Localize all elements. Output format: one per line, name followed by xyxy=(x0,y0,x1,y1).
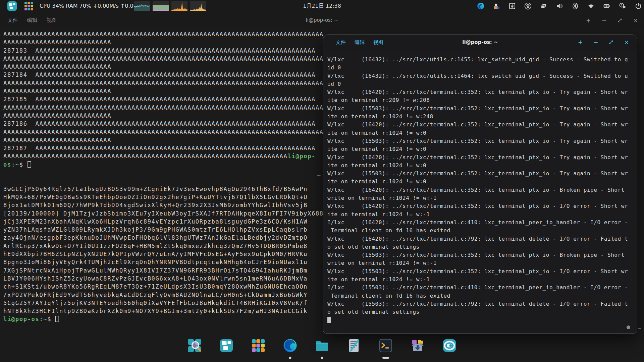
power-icon[interactable] xyxy=(635,2,642,10)
terminal-line: W/lxc (16420): ../src/lxc/terminal.c:352… xyxy=(327,202,633,210)
dock-package-installer-icon[interactable] xyxy=(410,338,425,359)
maximize-button[interactable] xyxy=(617,18,623,23)
terminal-line: Terminal client on fd 16 has exited xyxy=(327,292,633,300)
maximize-button[interactable] xyxy=(608,40,614,45)
minimize-button[interactable]: − xyxy=(601,17,607,23)
desktop: CPU 34% RAM 70% ↓0.00M/s ↑0.00M/s 1月21日 … xyxy=(0,0,644,362)
terminal-line: W/lxc (16420): ../src/lxc/terminal.c:352… xyxy=(327,154,633,162)
terminal-line: W/lxc (16420): ../src/lxc/terminal.c:352… xyxy=(327,88,633,96)
terminal-line: W/lxc (15503): ../src/lxc/terminal.c:352… xyxy=(327,137,633,145)
terminal-line: ite on terminal r:1024 != w:0 xyxy=(327,162,633,170)
menu-view[interactable]: 视图 xyxy=(373,39,383,46)
terminal-line: W/lxc (16420): ../src/lxc/terminal.c:352… xyxy=(327,121,633,129)
ram-graph[interactable] xyxy=(153,1,169,11)
dock-edge-icon[interactable] xyxy=(282,338,298,359)
foreground-terminal-window: 文件编辑视图 li@pop-os: ~ +−× V/lxc (16432): .… xyxy=(323,35,637,334)
net-up-graph[interactable] xyxy=(190,1,206,11)
dock xyxy=(187,338,457,359)
terminal-line xyxy=(327,316,633,324)
terminal-line: I/lxc (16420): ../src/lxc/terminal.c:410… xyxy=(327,219,633,227)
menu-file[interactable]: 文件 xyxy=(336,39,346,46)
accessibility-icon[interactable] xyxy=(524,2,532,10)
terminal-line: W/lxc (16420): ../src/lxc/terminal.c:792… xyxy=(327,235,633,243)
foreground-terminal-titlebar[interactable]: 文件编辑视图 li@pop-os: ~ +−× xyxy=(323,35,637,50)
background-terminal-titlebar[interactable]: 文件编辑视图 li@pop-os: ~ +−× xyxy=(0,12,644,28)
top-panel: CPU 34% RAM 70% ↓0.00M/s ↑0.00M/s 1月21日 … xyxy=(0,0,644,12)
terminal-line: ite on terminal r:1024 != w:0 xyxy=(327,178,633,186)
terminal-line: W/lxc (15503): ../src/lxc/terminal.c:352… xyxy=(327,105,633,113)
clock[interactable]: 1月21日 12:38 xyxy=(303,0,341,12)
running-indicator xyxy=(382,357,389,359)
terminal-line: write on terminal r:1024 != w:-1 xyxy=(327,194,633,202)
app-grid-icon[interactable] xyxy=(24,1,34,11)
displays-icon[interactable] xyxy=(540,2,547,10)
dock-tiling-icon[interactable] xyxy=(219,338,234,359)
terminal-line: ite on terminal r:1024 != w:248 xyxy=(327,113,633,121)
bluetooth-icon[interactable] xyxy=(572,2,579,10)
left-scrollbar-thumb[interactable] xyxy=(317,175,321,176)
terminal-line: ite on terminal r:1024 != w:0 xyxy=(327,129,633,137)
terminal-line: W/lxc (15503): ../src/lxc/terminal.c:352… xyxy=(327,251,633,259)
terminal-line: ite on terminal r:1024 != w:-1 xyxy=(327,210,633,219)
foreground-terminal-controls: +−× xyxy=(577,35,630,50)
running-indicator xyxy=(289,357,291,359)
terminal-line: ite on terminal r:1024 != w:-1 xyxy=(327,276,633,284)
close-button[interactable]: × xyxy=(633,17,639,23)
minimize-button[interactable]: − xyxy=(593,39,599,45)
terminal-line: write on terminal r:1024 != w:-1 xyxy=(327,259,633,267)
dock-terminal-icon[interactable] xyxy=(378,338,393,359)
background-terminal-title: li@pop-os: ~ xyxy=(306,12,338,28)
terminal-cursor xyxy=(28,161,31,168)
wifi-icon[interactable] xyxy=(587,2,595,10)
terminal-cursor xyxy=(327,317,331,323)
terminal-line: W/lxc (16420): ../src/lxc/terminal.c:352… xyxy=(327,186,633,194)
running-indicator xyxy=(321,357,323,359)
terminal-line: W/lxc (15503): ../src/lxc/terminal.c:352… xyxy=(327,170,633,178)
workspaces-icon[interactable] xyxy=(7,1,17,11)
foreground-scrollbar-thumb[interactable] xyxy=(627,325,630,329)
menu-edit[interactable]: 编辑 xyxy=(27,17,37,23)
terminal-line: V/lxc (16432): ../src/lxc/utils.c:1455: … xyxy=(327,56,633,64)
dock-toggle-app-icon[interactable] xyxy=(442,338,457,359)
terminal-line: W/lxc (15503): ../src/lxc/terminal.c:792… xyxy=(327,300,633,308)
system-stats-text[interactable]: CPU 34% RAM 70% ↓0.00M/s ↑0.00M/s xyxy=(40,0,146,12)
battery-icon[interactable] xyxy=(603,2,610,10)
terminal-line: V/lxc (16432): ../src/lxc/utils.c:1464: … xyxy=(327,72,633,80)
foreground-terminal-title: li@pop-os: ~ xyxy=(462,35,498,50)
terminal-cursor xyxy=(55,316,59,322)
terminal-line: W/lxc (15503): ../src/lxc/terminal.c:352… xyxy=(327,267,633,276)
dock-text-editor-icon[interactable] xyxy=(346,338,362,359)
terminal-line: Terminal client on fd 16 has exited xyxy=(327,227,633,235)
cpu-graph[interactable] xyxy=(134,1,150,11)
menu-file[interactable]: 文件 xyxy=(8,17,18,23)
terminal-line: I/lxc (15503): ../src/lxc/terminal.c:410… xyxy=(327,284,633,292)
background-terminal-controls: +−× xyxy=(585,12,639,28)
terminal-line: ite on terminal r:1024 != w:0 xyxy=(327,145,633,153)
dock-files-icon[interactable] xyxy=(314,338,330,359)
terminal-line: ite on terminal r:209 != w:208 xyxy=(327,96,633,104)
terminal-line: o set old terminal settings xyxy=(327,243,633,251)
input-method-icon[interactable] xyxy=(508,2,516,10)
background-terminal-menubar: 文件编辑视图 xyxy=(8,12,57,28)
terminal-line: o set old terminal settings xyxy=(327,308,633,316)
new-tab-button[interactable]: + xyxy=(577,39,583,45)
menu-view[interactable]: 视图 xyxy=(47,17,57,23)
background-scrollbar-thumb[interactable] xyxy=(638,328,641,329)
system-tray xyxy=(477,0,642,12)
dock-app-grid-icon[interactable] xyxy=(251,338,266,359)
net-down-graph[interactable] xyxy=(171,1,187,11)
dock-launcher-icon[interactable] xyxy=(187,338,202,359)
new-tab-button[interactable]: + xyxy=(585,17,591,23)
volume-icon[interactable] xyxy=(556,2,563,10)
system-graphs[interactable] xyxy=(134,1,206,11)
notifications-icon[interactable] xyxy=(619,2,626,10)
foreground-terminal-content[interactable]: V/lxc (16432): ../src/lxc/utils.c:1455: … xyxy=(327,56,633,324)
assistant-app-icon[interactable] xyxy=(493,2,500,10)
terminal-line: id 0 xyxy=(327,64,633,72)
terminal-line: id 0 xyxy=(327,80,633,88)
edge-logo-icon[interactable] xyxy=(477,2,484,10)
foreground-terminal-menubar: 文件编辑视图 xyxy=(336,35,383,50)
menu-edit[interactable]: 编辑 xyxy=(355,39,365,46)
close-button[interactable]: × xyxy=(624,39,630,45)
